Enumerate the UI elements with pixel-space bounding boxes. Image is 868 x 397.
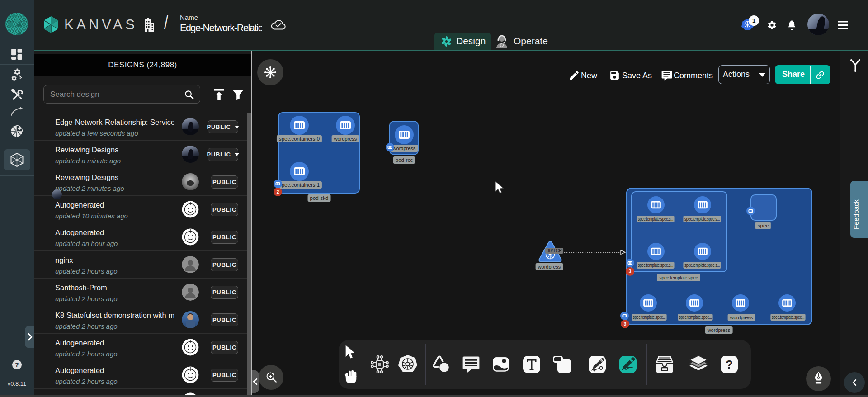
svg-text:?: ? bbox=[726, 358, 733, 371]
svg-text:?: ? bbox=[15, 361, 19, 369]
